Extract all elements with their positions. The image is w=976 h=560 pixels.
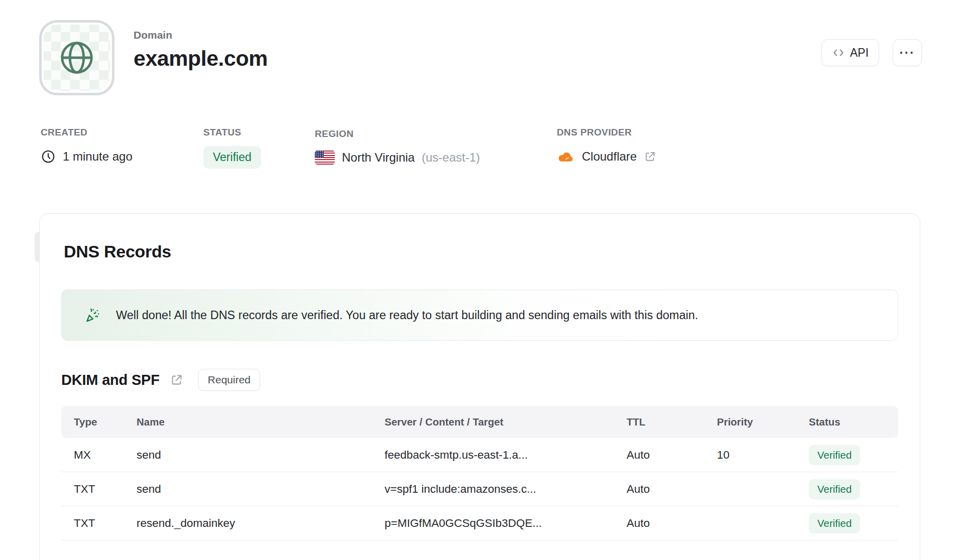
region-code: (us-east-1) bbox=[422, 151, 480, 165]
domain-avatar bbox=[39, 20, 114, 95]
cell-priority: 10 bbox=[717, 449, 809, 462]
status-badge: Verified bbox=[203, 146, 261, 169]
col-status: Status bbox=[809, 416, 898, 428]
cell-value: p=MIGfMA0GCSqGSIb3DQE... bbox=[385, 517, 627, 530]
col-value: Server / Content / Target bbox=[385, 416, 627, 428]
cell-ttl: Auto bbox=[627, 483, 717, 496]
region-label: REGION bbox=[315, 128, 480, 139]
clock-icon bbox=[41, 149, 56, 164]
created-label: CREATED bbox=[41, 127, 133, 138]
col-ttl: TTL bbox=[627, 416, 717, 428]
page-eyebrow: Domain bbox=[134, 29, 268, 41]
status-badge: Verified bbox=[809, 445, 860, 465]
cell-ttl: Auto bbox=[627, 517, 717, 530]
meta-created: CREATED 1 minute ago bbox=[41, 127, 133, 164]
col-type: Type bbox=[74, 416, 137, 428]
status-badge: Verified bbox=[809, 513, 860, 533]
header-text: Domain example.com bbox=[134, 29, 268, 71]
meta-status: STATUS Verified bbox=[203, 127, 261, 169]
success-message: Well done! All the DNS records are verif… bbox=[116, 309, 698, 322]
cell-type: MX bbox=[74, 449, 137, 462]
cell-ttl: Auto bbox=[627, 449, 717, 462]
cell-value: v=spf1 include:amazonses.c... bbox=[385, 483, 627, 496]
cell-name: send bbox=[137, 449, 385, 462]
dkim-spf-section-header: DKIM and SPF Required bbox=[61, 369, 898, 391]
col-priority: Priority bbox=[717, 416, 809, 428]
dns-records-table: Type Name Server / Content / Target TTL … bbox=[61, 406, 898, 540]
external-link-icon[interactable] bbox=[170, 373, 183, 387]
cell-type: TXT bbox=[74, 517, 137, 530]
dns-records-card: DNS Records Well done! All the DNS recor… bbox=[39, 213, 920, 560]
region-value: North Virginia bbox=[342, 151, 415, 165]
code-icon bbox=[832, 46, 845, 59]
table-header-row: Type Name Server / Content / Target TTL … bbox=[61, 406, 898, 438]
api-button[interactable]: API bbox=[821, 39, 879, 66]
us-flag-icon bbox=[315, 151, 335, 165]
meta-dns-provider: DNS PROVIDER Cloudflare bbox=[557, 127, 656, 164]
status-badge: Verified bbox=[809, 479, 860, 499]
table-row[interactable]: MX send feedback-smtp.us-east-1.a... Aut… bbox=[61, 438, 898, 472]
cell-name: send bbox=[137, 483, 385, 496]
globe-icon bbox=[57, 38, 96, 77]
table-row[interactable]: TXT resend._domainkey p=MIGfMA0GCSqGSIb3… bbox=[61, 506, 898, 540]
table-row[interactable]: TXT send v=spf1 include:amazonses.c... A… bbox=[61, 472, 898, 506]
meta-region: REGION North Virginia (us-east-1) bbox=[315, 128, 480, 165]
dns-records-title: DNS Records bbox=[64, 242, 898, 261]
cloudflare-icon bbox=[557, 149, 575, 164]
party-popper-icon bbox=[84, 307, 101, 324]
cell-value: feedback-smtp.us-east-1.a... bbox=[385, 449, 627, 462]
created-value: 1 minute ago bbox=[63, 150, 133, 164]
col-name: Name bbox=[137, 416, 385, 428]
page-title: example.com bbox=[134, 46, 268, 71]
ellipsis-icon: ··· bbox=[900, 46, 915, 60]
cell-name: resend._domainkey bbox=[137, 517, 385, 530]
dns-provider-value[interactable]: Cloudflare bbox=[582, 150, 637, 164]
api-button-label: API bbox=[850, 46, 869, 60]
external-link-icon[interactable] bbox=[644, 151, 656, 163]
success-banner: Well done! All the DNS records are verif… bbox=[61, 290, 898, 341]
cell-type: TXT bbox=[74, 483, 137, 496]
status-label: STATUS bbox=[203, 127, 261, 138]
required-badge: Required bbox=[198, 369, 260, 391]
domain-detail-page: Domain example.com API ··· CREATED 1 min… bbox=[0, 0, 976, 560]
more-options-button[interactable]: ··· bbox=[893, 39, 922, 66]
dns-provider-label: DNS PROVIDER bbox=[557, 127, 656, 138]
dkim-spf-title: DKIM and SPF bbox=[61, 372, 160, 388]
